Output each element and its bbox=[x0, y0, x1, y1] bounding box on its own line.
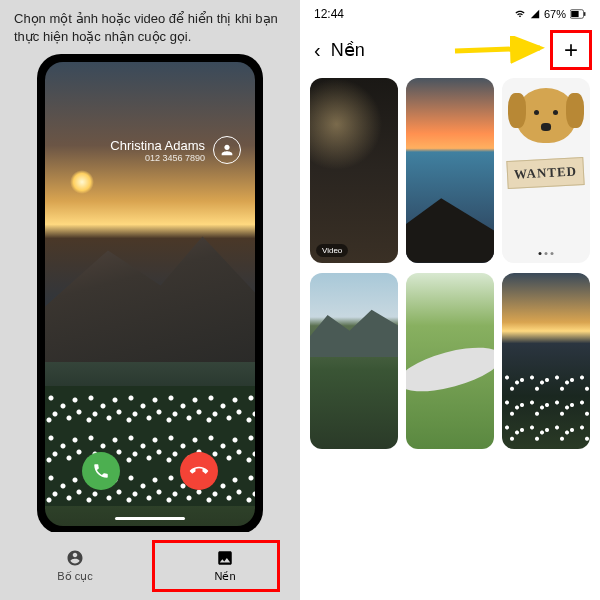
plus-icon: + bbox=[564, 36, 578, 64]
caller-number: 012 3456 7890 bbox=[110, 153, 205, 163]
image-icon bbox=[216, 549, 234, 567]
wallpaper-thumb[interactable] bbox=[310, 273, 398, 449]
home-indicator bbox=[115, 517, 185, 520]
wifi-icon bbox=[514, 9, 526, 19]
tab-background-label: Nền bbox=[214, 570, 235, 583]
tab-background[interactable]: Nền bbox=[150, 532, 300, 600]
phone-icon bbox=[92, 462, 110, 480]
tab-layout-label: Bố cục bbox=[57, 570, 92, 583]
tab-layout[interactable]: Bố cục bbox=[0, 532, 150, 600]
wallpaper-thumb[interactable]: WANTED bbox=[502, 78, 590, 263]
panel-call-background-preview: Chọn một ảnh hoặc video để hiển thị khi … bbox=[0, 0, 300, 600]
accept-call-button[interactable] bbox=[82, 452, 120, 490]
caller-name: Christina Adams bbox=[110, 138, 205, 153]
status-bar: 12:44 67% bbox=[300, 0, 600, 28]
wallpaper-thumb[interactable] bbox=[406, 273, 494, 449]
wallpaper-thumb[interactable] bbox=[406, 78, 494, 263]
wallpaper-gallery: Video WANTED bbox=[300, 72, 600, 455]
call-buttons bbox=[45, 452, 255, 490]
phone-icon bbox=[186, 459, 211, 484]
phone-screen: Christina Adams 012 3456 7890 bbox=[45, 62, 255, 526]
page-dots-indicator bbox=[539, 252, 554, 255]
instruction-text: Chọn một ảnh hoặc video để hiển thị khi … bbox=[14, 10, 286, 46]
bottom-tabs: Bố cục Nền bbox=[0, 532, 300, 600]
battery-icon bbox=[570, 9, 586, 19]
caller-info: Christina Adams 012 3456 7890 bbox=[110, 136, 241, 164]
status-battery: 67% bbox=[544, 8, 566, 20]
wanted-sign-text: WANTED bbox=[507, 157, 585, 189]
video-badge: Video bbox=[316, 244, 348, 257]
svg-rect-1 bbox=[571, 11, 578, 17]
signal-icon bbox=[530, 9, 540, 19]
decline-call-button[interactable] bbox=[180, 452, 218, 490]
caller-avatar-icon bbox=[213, 136, 241, 164]
wallpaper-thumb[interactable]: Video bbox=[310, 78, 398, 263]
back-button[interactable]: ‹ bbox=[314, 40, 321, 60]
status-time: 12:44 bbox=[314, 7, 344, 21]
page-title: Nền bbox=[331, 39, 365, 61]
svg-rect-2 bbox=[584, 12, 585, 16]
wallpaper-thumb[interactable] bbox=[502, 273, 590, 449]
person-icon bbox=[66, 549, 84, 567]
phone-mockup: Christina Adams 012 3456 7890 bbox=[37, 54, 263, 534]
dog-illustration bbox=[516, 88, 576, 143]
header: ‹ Nền + bbox=[300, 28, 600, 72]
add-button[interactable]: + bbox=[556, 35, 586, 65]
panel-background-gallery: 12:44 67% ‹ Nền + Video bbox=[300, 0, 600, 600]
